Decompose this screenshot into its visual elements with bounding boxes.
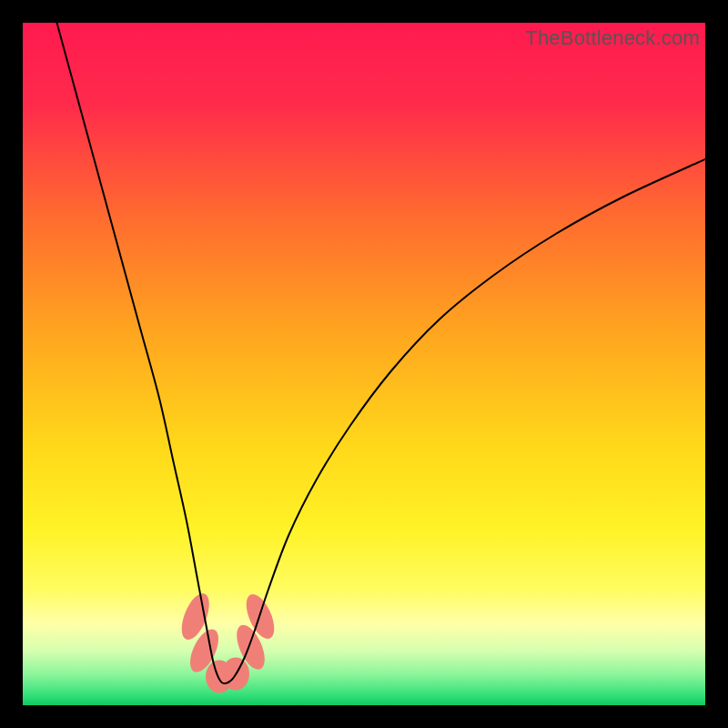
chart-frame: TheBottleneck.com	[23, 23, 705, 705]
gradient-background	[23, 23, 705, 705]
watermark-text: TheBottleneck.com	[525, 26, 700, 50]
bottleneck-chart	[23, 23, 705, 705]
